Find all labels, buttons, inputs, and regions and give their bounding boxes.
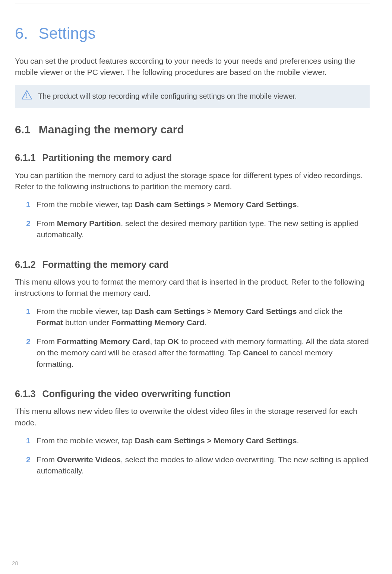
step-text: From the mobile viewer, tap Dash cam Set… (37, 200, 299, 209)
subsection-number: 6.1.2 (15, 259, 36, 270)
subsection-number: 6.1.3 (15, 389, 36, 399)
chapter-title: Settings (38, 25, 95, 42)
top-divider (15, 3, 370, 3)
step-number: 2 (26, 454, 31, 465)
warning-icon (22, 90, 32, 103)
subsection-intro: This menu allows you to format the memor… (15, 276, 370, 299)
warning-text: The product will stop recording while co… (38, 91, 297, 102)
bold-term: Format (37, 318, 63, 327)
svg-point-1 (26, 97, 28, 98)
step-text: From the mobile viewer, tap Dash cam Set… (37, 307, 342, 327)
bold-term: Cancel (243, 348, 269, 357)
intro-paragraph: You can set the product features accordi… (15, 56, 370, 78)
bold-term: OK (167, 337, 179, 346)
steps-list: 1 From the mobile viewer, tap Dash cam S… (26, 199, 370, 240)
step-item: 1 From the mobile viewer, tap Dash cam S… (26, 435, 370, 446)
step-item: 1 From the mobile viewer, tap Dash cam S… (26, 306, 370, 329)
step-text: From Overwrite Videos, select the modes … (37, 455, 369, 475)
subsection-number: 6.1.1 (15, 152, 36, 163)
step-item: 2 From Memory Partition, select the desi… (26, 218, 370, 241)
subsection-6-1-1-heading: 6.1.1Partitioning the memory card (15, 151, 370, 164)
bold-term: Formatting Memory Card (111, 318, 205, 327)
section-title: Managing the memory card (39, 123, 184, 136)
step-item: 2 From Overwrite Videos, select the mode… (26, 454, 370, 477)
step-text: From Formatting Memory Card, tap OK to p… (37, 337, 369, 368)
subsection-intro: You can partition the memory card to adj… (15, 170, 370, 193)
step-text: From the mobile viewer, tap Dash cam Set… (37, 436, 299, 445)
subsection-6-1-2-heading: 6.1.2Formatting the memory card (15, 258, 370, 271)
subsection-6-1-3-heading: 6.1.3Configuring the video overwriting f… (15, 387, 370, 400)
subsection-title: Partitioning the memory card (42, 152, 172, 163)
bold-term: Memory Partition (57, 219, 121, 228)
subsection-title: Formatting the memory card (42, 259, 169, 270)
chevron-right-icon: > (207, 436, 212, 445)
step-number: 1 (26, 199, 31, 210)
nav-path-a: Dash cam Settings (135, 200, 205, 209)
steps-list: 1 From the mobile viewer, tap Dash cam S… (26, 306, 370, 370)
nav-path-a: Dash cam Settings (135, 307, 205, 315)
step-number: 2 (26, 218, 31, 229)
chapter-number: 6. (15, 25, 28, 42)
bold-term: Formatting Memory Card (57, 337, 150, 346)
step-number: 2 (26, 336, 31, 347)
section-6-1-heading: 6.1Managing the memory card (15, 121, 370, 138)
section-number: 6.1 (15, 123, 31, 136)
chevron-right-icon: > (207, 307, 212, 315)
subsection-intro: This menu allows new video files to over… (15, 406, 370, 428)
nav-path-b: Memory Card Settings (214, 307, 297, 315)
subsection-title: Configuring the video overwriting functi… (42, 389, 231, 399)
step-item: 1 From the mobile viewer, tap Dash cam S… (26, 199, 370, 210)
page-number: 28 (12, 559, 18, 567)
step-item: 2 From Formatting Memory Card, tap OK to… (26, 336, 370, 370)
bold-term: Overwrite Videos (57, 455, 121, 464)
chapter-heading: 6.Settings (15, 22, 370, 45)
step-number: 1 (26, 435, 31, 446)
nav-path-a: Dash cam Settings (135, 436, 205, 445)
warning-notice: The product will stop recording while co… (15, 85, 370, 108)
nav-path-b: Memory Card Settings (214, 200, 297, 209)
steps-list: 1 From the mobile viewer, tap Dash cam S… (26, 435, 370, 476)
step-text: From Memory Partition, select the desire… (37, 219, 358, 239)
step-number: 1 (26, 306, 31, 317)
nav-path-b: Memory Card Settings (214, 436, 297, 445)
chevron-right-icon: > (207, 200, 212, 209)
